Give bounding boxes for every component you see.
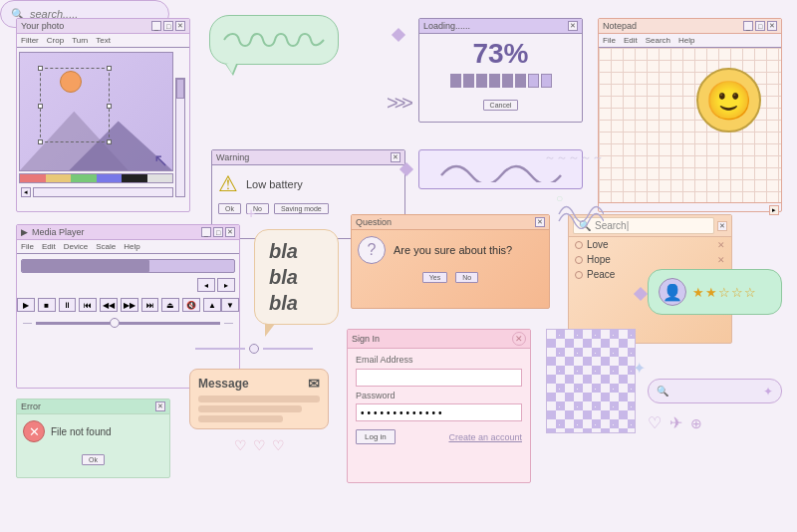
message-lines [198,396,320,422]
sel-handle-tr[interactable] [107,66,112,71]
wave-line-deco: ～～～～～ [544,149,604,166]
media-help[interactable]: Help [124,242,139,251]
error-icon: ✕ [23,420,45,442]
next-button[interactable]: ⏭ [141,298,159,312]
media-edit[interactable]: Edit [42,242,56,251]
sel-handle-bl[interactable] [38,139,43,144]
pause-button[interactable]: ⏸ [59,298,77,312]
plus-circle-icon[interactable]: ⊕ [690,415,702,431]
heart-icon-1[interactable]: ♡ [234,437,247,453]
notepad-close[interactable]: ✕ [767,21,777,31]
radio-peace[interactable] [575,271,583,279]
notepad-title: Notepad _ □ ✕ [599,19,781,34]
four-star-deco: ✦ [633,359,646,378]
list-item-hope[interactable]: Hope ✕ [569,252,731,267]
heart-bottom-icon[interactable]: ♡ [648,413,662,432]
loading-close[interactable]: ✕ [568,21,578,31]
password-input[interactable] [356,403,522,421]
send-icon[interactable]: ✈ [669,413,682,432]
speech-bubble [209,15,339,65]
close-button[interactable]: ✕ [175,21,185,31]
vertical-scrollbar[interactable] [175,78,185,197]
vol-dn2[interactable]: ▼ [221,298,239,312]
notepad-file[interactable]: File [603,36,616,45]
warning-ok-button[interactable]: Ok [218,203,241,214]
play-button[interactable]: ▶ [17,298,35,312]
photo-body: ↖ [17,48,189,185]
close-love[interactable]: ✕ [717,240,725,250]
media-minimize[interactable]: _ [201,227,211,237]
no-button[interactable]: No [455,272,478,283]
color-yellow [46,174,72,182]
heart-icon-3[interactable]: ♡ [272,437,285,453]
stop-button[interactable]: ■ [38,298,56,312]
media-file[interactable]: File [21,242,34,251]
close-hope[interactable]: ✕ [717,255,725,265]
notepad-edit[interactable]: Edit [624,36,638,45]
notepad-scroll-btn[interactable]: ▸ [769,205,779,215]
media-vol-up[interactable]: ▸ [217,278,235,292]
minimize-button[interactable]: _ [151,21,161,31]
menu-turn[interactable]: Turn [72,36,88,45]
warning-save-button[interactable]: Saving mode [274,203,329,214]
question-close[interactable]: ✕ [535,217,545,227]
sel-handle-mr[interactable] [107,104,112,109]
maximize-button[interactable]: □ [163,21,173,31]
error-ok-button[interactable]: Ok [82,454,105,465]
scroll-left[interactable]: ◂ [21,187,31,197]
sel-handle-ml[interactable] [38,104,43,109]
warning-body: ⚠ Low battery [212,165,404,203]
fwd-button[interactable]: ▶▶ [121,298,138,312]
search-list-close[interactable]: ✕ [717,221,727,231]
stars-display: ★★☆☆☆ [692,285,757,300]
notepad-help[interactable]: Help [678,36,694,45]
sel-handle-tl[interactable] [38,66,43,71]
menu-text[interactable]: Text [96,36,111,45]
menu-crop[interactable]: Crop [47,36,64,45]
media-slider[interactable]: — — [17,316,239,330]
rew-button[interactable]: ◀◀ [100,298,118,312]
menu-filter[interactable]: Filter [21,36,39,45]
radio-love[interactable] [575,241,583,249]
create-account-link[interactable]: Create an account [448,432,522,442]
question-body: ? Are you sure about this? [352,230,549,270]
cancel-button[interactable]: Cancel [483,100,519,111]
yes-button[interactable]: Yes [422,272,447,283]
media-device[interactable]: Device [64,242,88,251]
notepad-minimize[interactable]: _ [743,21,753,31]
bottom-search-bar[interactable]: 🔍 ✦ [648,379,782,403]
signin-close[interactable]: ✕ [512,332,526,346]
warning-close[interactable]: ✕ [391,152,400,162]
diamond-decoration-1 [392,28,405,42]
notepad-menu-bar: File Edit Search Help [599,34,781,48]
slider-thumb[interactable] [110,318,120,328]
media-vol-down[interactable]: ◂ [197,278,215,292]
media-progress-bar[interactable] [21,259,235,273]
eject-button[interactable]: ⏏ [161,298,179,312]
h-scrollbar-track[interactable] [33,187,173,197]
radio-hope[interactable] [575,256,583,264]
slider-track[interactable] [36,322,220,325]
notepad-controls: _ □ ✕ [743,21,777,31]
bottom-search-input[interactable] [672,386,759,397]
media-scale[interactable]: Scale [96,242,116,251]
hope-label: Hope [587,254,611,265]
sel-handle-br[interactable] [107,139,112,144]
sparkle-icon: ✦ [763,385,773,399]
vol-up2[interactable]: ▲ [203,298,221,312]
list-item-love[interactable]: Love ✕ [569,237,731,252]
media-close[interactable]: ✕ [225,227,235,237]
prev-button[interactable]: ⏮ [79,298,97,312]
media-maximize[interactable]: □ [213,227,223,237]
error-close[interactable]: ✕ [155,401,165,411]
chevrons-decoration: >>> [387,92,409,115]
smiley-face: 🙂 [696,68,761,133]
login-button[interactable]: Log in [356,429,396,444]
vol-mute[interactable]: 🔇 [182,298,200,312]
heart-icon-2[interactable]: ♡ [253,437,266,453]
notepad-search[interactable]: Search [646,36,670,45]
media-controls-btns: _ □ ✕ [201,227,235,237]
email-input[interactable] [356,369,522,387]
loading-title: Loading...... ✕ [419,19,582,34]
notepad-maximize[interactable]: □ [755,21,765,31]
